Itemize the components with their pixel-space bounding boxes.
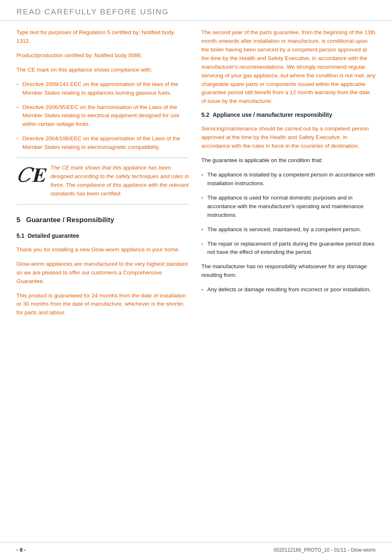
para-type-test: Type test for purposes of Regulation 5 c…	[16, 28, 189, 46]
directive-1-highlight: 2009/142	[46, 81, 69, 87]
section-51-number: 5.1	[16, 232, 24, 239]
conditions-list: - The appliance is installed by a compet…	[201, 171, 376, 257]
section-52-heading: Appliance use / manufacturer responsibil…	[212, 111, 332, 118]
section-52-number: 5.2	[201, 111, 209, 118]
para-second-year: The second year of the parts guarantee, …	[201, 28, 376, 106]
ce-box-text: The CE mark shows that this appliance ha…	[51, 164, 189, 198]
directives-list: - Directive 2009/142 EEC on the approxim…	[16, 80, 189, 152]
para-manufacturer-responsibility: The manufacturer has no responsibility w…	[201, 262, 376, 280]
left-column: Type test for purposes of Regulation 5 c…	[16, 28, 189, 323]
para-servicing: Servicing/maintenance should be carried …	[201, 125, 376, 151]
bullet-dash: -	[201, 225, 203, 234]
page: READ CAREFULLY BEFORE USING Type test fo…	[0, 0, 392, 557]
list-item: - The appliance is used for normal domes…	[201, 194, 376, 220]
list-item: - Directive 2004/108/EEC on the approxim…	[16, 135, 189, 152]
bullet-dash: -	[201, 171, 203, 179]
bullet-dash: -	[201, 194, 203, 202]
section-5-number: 5	[16, 216, 20, 224]
list-item: - The appliance is installed by a compet…	[201, 171, 376, 188]
ce-box: 𝐶𝐄 The CE mark shows that this appliance…	[16, 158, 189, 204]
condition-4-text: The repair or replacement of parts durin…	[208, 240, 376, 257]
bullet-dash: -	[16, 103, 18, 112]
section-51-heading: Detailed guarantee	[28, 232, 79, 239]
section-5-heading-row: 5 Guarantee / Responsibility	[16, 213, 189, 228]
list-item: - The appliance is serviced, maintained,…	[201, 225, 376, 234]
page-header: READ CAREFULLY BEFORE USING	[0, 0, 392, 21]
para-glow-worm: Glow-worm appliances are manufactured to…	[16, 260, 189, 286]
condition-2-text: The appliance is used for normal domesti…	[208, 194, 376, 220]
content-area: Type test for purposes of Regulation 5 c…	[0, 28, 392, 323]
condition-3-text: The appliance is serviced, maintained, b…	[208, 225, 376, 234]
page-footer: - 8 - 0020112186_PROTO_10 - 01/11 - Glow…	[0, 542, 392, 557]
bullet-dash: -	[16, 80, 18, 89]
list-item: - The repair or replacement of parts dur…	[201, 240, 376, 257]
section-52-heading-row: 5.2 Appliance use / manufacturer respons…	[201, 111, 376, 121]
right-column: The second year of the parts guarantee, …	[201, 28, 376, 323]
list-item: - Any defects or damage resulting from i…	[201, 285, 376, 294]
section-5-heading: Guarantee / Responsibility	[26, 216, 114, 224]
condition-1-text: The appliance is installed by a competen…	[208, 171, 376, 188]
para-guarantee-period: This product is guaranteed for 24 months…	[16, 292, 189, 318]
para-ce-mark: The CE mark on this appliance shows comp…	[16, 66, 189, 74]
damage-1-text: Any defects or damage resulting from inc…	[208, 285, 376, 294]
bullet-dash: -	[16, 135, 18, 143]
section-51-heading-row: 5.1 Detailed guarantee	[16, 232, 189, 242]
list-item: - Directive 2009/142 EEC on the approxim…	[16, 80, 189, 97]
ce-symbol-icon: 𝐶𝐄	[16, 165, 45, 185]
bullet-dash: -	[201, 240, 203, 248]
bullet-dash: -	[201, 285, 203, 294]
directive-3-text: Directive 2004/108/EEC on the approximat…	[23, 135, 189, 152]
damages-list: - Any defects or damage resulting from i…	[201, 285, 376, 294]
directive-1-text: Directive 2009/142 EEC on the approximat…	[23, 80, 189, 97]
page-title: READ CAREFULLY BEFORE USING	[16, 7, 169, 16]
directive-2-text: Directive 2006/95/EEC on the harmonisati…	[23, 103, 189, 129]
para-product-cert: Product/production certified by: Notifie…	[16, 51, 189, 60]
document-id: 0020112186_PROTO_10 - 01/11 - Glow-worm	[274, 547, 376, 553]
para-condition: The guarantee is applicable on the condi…	[201, 156, 376, 165]
para-thank-you: Thank you for installing a new Glow-worm…	[16, 246, 189, 254]
list-item: - Directive 2006/95/EEC on the harmonisa…	[16, 103, 189, 129]
page-number: - 8 -	[16, 547, 26, 553]
